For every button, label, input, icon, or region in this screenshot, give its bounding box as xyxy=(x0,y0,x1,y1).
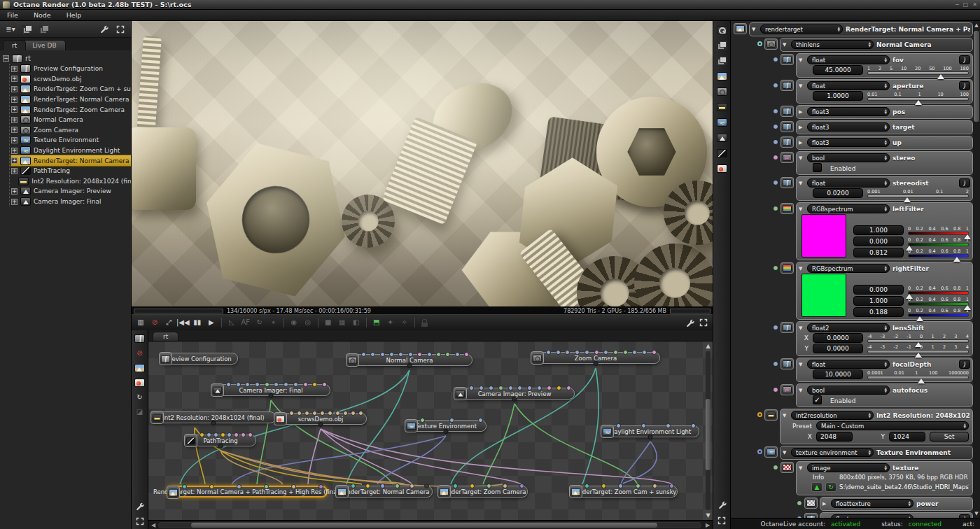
node-pin[interactable] xyxy=(209,484,214,489)
chevron-down-icon[interactable]: ▼ xyxy=(799,181,804,186)
type-select[interactable]: image▲▼ xyxy=(807,463,890,472)
expand-icon[interactable]: + xyxy=(11,199,18,205)
param-icon-button[interactable] xyxy=(780,462,794,473)
node-pin[interactable] xyxy=(417,352,422,357)
slider[interactable]: 00.20.40.60.81 xyxy=(908,226,969,235)
inspector-vscrollbar[interactable]: ▲ ▼ xyxy=(973,21,980,518)
slider[interactable]: 00.20.40.60.81 xyxy=(908,248,969,258)
chevron-down-icon[interactable]: ▼ xyxy=(799,206,804,212)
graph-node[interactable]: RenderTarget: Normal Camera xyxy=(336,486,433,498)
node-pin[interactable] xyxy=(335,411,340,416)
node-pin[interactable] xyxy=(503,484,507,488)
node-pin[interactable] xyxy=(517,386,522,390)
scroll-up-icon[interactable]: ▲ xyxy=(973,22,980,28)
slider-track[interactable] xyxy=(908,291,969,295)
graph-node[interactable]: Int2 Resolution: 2048x1024 (final) xyxy=(151,411,276,423)
slider-track[interactable] xyxy=(908,232,969,235)
node-pin[interactable] xyxy=(220,432,225,437)
restart-render-icon[interactable]: |◀◀ xyxy=(176,317,190,329)
rotate-tool-icon[interactable]: ↻ xyxy=(134,391,146,403)
graph-node[interactable]: Normal Camera xyxy=(346,354,472,366)
node-pin[interactable] xyxy=(289,411,294,416)
slider[interactable]: -4-3-2-101234 xyxy=(867,344,969,353)
scroll-down-icon[interactable]: ▼ xyxy=(973,511,980,516)
connector-tool-icon[interactable] xyxy=(134,332,146,344)
node-pin[interactable] xyxy=(395,484,400,488)
camera-node-icon[interactable] xyxy=(715,85,728,97)
node-pin[interactable] xyxy=(389,352,394,357)
add-rendertarget-icon[interactable] xyxy=(134,362,146,374)
chevron-down-icon[interactable]: ▼ xyxy=(752,27,757,32)
connection-dot[interactable] xyxy=(773,265,778,271)
value-field[interactable]: 10.0000 xyxy=(813,369,863,379)
node-pin[interactable] xyxy=(469,386,474,390)
expand-panel-icon[interactable] xyxy=(715,514,728,526)
scroll-left-icon[interactable]: ◀ xyxy=(148,522,158,528)
pause-render-icon[interactable]: ▮▮ xyxy=(191,317,204,329)
slider-track[interactable] xyxy=(867,71,969,75)
slider[interactable]: 0.010.1110100 xyxy=(867,92,969,101)
param-icon-button[interactable] xyxy=(780,358,794,369)
save-node-icon[interactable] xyxy=(21,23,34,35)
param-icon-button[interactable] xyxy=(780,136,794,148)
node-pin[interactable] xyxy=(358,411,363,416)
preset-select[interactable]: Main - Custom▲▼ xyxy=(816,421,969,430)
log-scale-button[interactable]: ) xyxy=(959,178,970,188)
node-pin[interactable] xyxy=(343,411,348,416)
slider-handle[interactable] xyxy=(916,316,923,321)
tree-item[interactable]: +scrwsDemo.obj xyxy=(11,74,131,85)
connection-dot[interactable] xyxy=(773,206,778,211)
node-pin[interactable] xyxy=(498,386,503,390)
node-pin[interactable] xyxy=(255,382,260,387)
param-icon-button[interactable] xyxy=(780,54,794,65)
tab-rt[interactable]: rt xyxy=(3,40,26,50)
slider[interactable]: 0.00010.0111001000000 xyxy=(867,370,969,379)
node-pin[interactable] xyxy=(265,382,270,387)
expand-panel-icon[interactable] xyxy=(134,515,146,527)
type-select[interactable]: bool▲▼ xyxy=(807,153,890,162)
node-pin[interactable] xyxy=(427,352,432,357)
tree-item[interactable]: +Texture Environment xyxy=(11,135,131,146)
wrench-icon[interactable] xyxy=(97,23,110,35)
slider-handle[interactable] xyxy=(918,379,925,383)
type-select[interactable]: float3▲▼ xyxy=(807,107,890,116)
connection-dot[interactable] xyxy=(757,41,762,46)
node-pin[interactable] xyxy=(547,386,552,390)
node-pin[interactable] xyxy=(478,418,483,423)
mesh-node-icon[interactable] xyxy=(715,162,728,174)
node-pin[interactable] xyxy=(519,484,524,488)
node-graph-hscrollbar[interactable]: ◀ ▶ xyxy=(148,520,713,529)
maximize-button[interactable]: □ xyxy=(963,1,969,8)
value-field[interactable]: 0.0000 xyxy=(813,344,863,353)
scroll-down-icon[interactable]: ▼ xyxy=(704,512,712,519)
type-select[interactable]: int2resolution▲▼ xyxy=(791,411,874,420)
node-pin[interactable] xyxy=(424,484,429,488)
graph-node[interactable]: Daylight Environment Light xyxy=(601,425,699,437)
wrench-icon[interactable] xyxy=(715,499,728,511)
node-graph-vscrollbar[interactable]: ▲ ▼ xyxy=(704,343,712,519)
node-pin[interactable] xyxy=(200,432,204,437)
save-image-icon[interactable]: ▥ xyxy=(134,317,147,329)
type-select[interactable]: RGBspectrum▲▼ xyxy=(807,204,890,213)
tab-live-db[interactable]: Live DB xyxy=(23,40,65,50)
chevron-right-icon[interactable]: ▶ xyxy=(799,125,804,130)
graph-node[interactable]: RenderTarget: Zoom Cam + sunsky xyxy=(570,486,678,498)
scroll-up-icon[interactable]: ▲ xyxy=(704,343,712,349)
node-pin[interactable] xyxy=(652,484,657,488)
node-pin[interactable] xyxy=(241,432,246,437)
node-pin[interactable] xyxy=(410,484,414,488)
graph-node[interactable]: Camera Imager: Final xyxy=(211,384,330,396)
tree-item[interactable]: +RenderTarget: Normal Camera + PathT xyxy=(11,155,131,166)
node-pin[interactable] xyxy=(584,350,589,355)
node-output-pin[interactable] xyxy=(407,363,412,368)
node-pin[interactable] xyxy=(453,484,458,488)
value-field[interactable]: 1.0000 xyxy=(813,91,863,101)
kernel-node-icon[interactable] xyxy=(715,147,728,159)
node-pin[interactable] xyxy=(237,484,241,489)
slider-handle[interactable] xyxy=(953,257,960,262)
node-pin[interactable] xyxy=(449,418,454,423)
node-pin[interactable] xyxy=(669,484,674,488)
node-pin[interactable] xyxy=(641,423,646,428)
render-priority-icon[interactable]: ⊘ xyxy=(148,317,161,329)
chevron-right-icon[interactable]: ▶ xyxy=(799,140,804,146)
